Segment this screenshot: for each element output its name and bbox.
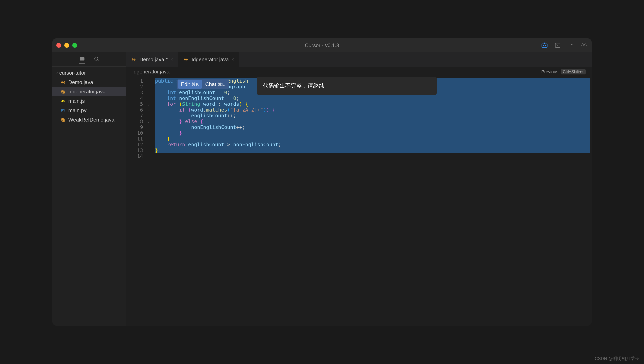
svg-point-6 — [95, 57, 98, 60]
line-number: 4 — [126, 96, 143, 101]
folder-icon — [79, 56, 85, 62]
file-label: Demo.java — [68, 79, 93, 86]
java-icon — [131, 57, 137, 62]
file-item[interactable]: JS main.js — [52, 96, 126, 106]
watermark: CSDN @明明如月学长 — [595, 356, 639, 362]
breadcrumb-actions: Previous Ctrl+Shift+↑ — [541, 69, 586, 74]
line-gutter: 1 2 3 4 5 6 7 8 9 10 11 12 13 14 — [126, 77, 146, 326]
shortcut-badge: Ctrl+Shift+↑ — [561, 69, 586, 74]
java-icon — [183, 57, 189, 62]
search-icon — [93, 56, 100, 62]
terminal-icon[interactable] — [554, 42, 561, 49]
settings-icon[interactable] — [580, 42, 588, 49]
breadcrumb-path[interactable]: Idgenerator.java — [132, 69, 169, 75]
code-editor[interactable]: 1 2 3 4 5 6 7 8 9 10 11 12 13 14 — [126, 77, 592, 326]
chat-label: Chat — [205, 81, 216, 88]
titlebar-actions — [541, 42, 588, 49]
line-number: 9 — [126, 124, 143, 130]
file-label: WeakRefDemo.java — [68, 117, 114, 123]
file-item[interactable]: Demo.java — [52, 78, 126, 87]
close-icon[interactable]: × — [171, 57, 173, 62]
tab[interactable]: Demo.java * × — [126, 52, 178, 67]
svg-point-5 — [583, 44, 585, 46]
line-number: 6 — [126, 107, 143, 113]
prompt-text: 代码输出不完整，请继续 — [263, 82, 325, 89]
main-area: › cursor-tutor Demo.java Idgenerator.jav… — [52, 52, 592, 326]
fold-icon[interactable]: ⌄ — [146, 107, 151, 113]
sidebar-toolbar — [52, 52, 126, 67]
line-number: 13 — [126, 148, 143, 153]
editor-area: Demo.java * × Idgenerator.java × Idgener… — [126, 52, 592, 326]
java-icon — [60, 80, 66, 85]
edit-label: Edit — [181, 81, 190, 88]
line-number: 5 — [126, 101, 143, 107]
tools-icon[interactable] — [567, 42, 574, 49]
line-number: 10 — [126, 130, 143, 136]
file-tree: › cursor-tutor Demo.java Idgenerator.jav… — [52, 67, 126, 126]
svg-rect-0 — [542, 44, 547, 48]
tab-bar: Demo.java * × Idgenerator.java × — [126, 52, 592, 67]
line-number: 2 — [126, 84, 143, 90]
code-content[interactable]: public static boolean isEnglish = paragr… — [151, 77, 592, 326]
tab[interactable]: Idgenerator.java × — [178, 52, 239, 67]
close-icon[interactable]: × — [231, 57, 234, 62]
fold-column: ⌄ ⌄ ⌄ — [146, 77, 151, 326]
line-number: 14 — [126, 153, 143, 159]
file-label: Idgenerator.java — [68, 88, 106, 95]
line-number: 3 — [126, 90, 143, 96]
window-title: Cursor - v0.1.3 — [305, 42, 339, 48]
prompt-input[interactable]: 代码输出不完整，请继续 — [257, 77, 437, 95]
close-button[interactable] — [56, 43, 61, 48]
file-item[interactable]: Idgenerator.java — [52, 87, 126, 96]
tab-label: Demo.java * — [139, 56, 168, 63]
line-number: 11 — [126, 136, 143, 142]
file-label: main.js — [68, 98, 85, 104]
py-icon: PY — [60, 108, 66, 113]
line-number: 12 — [126, 142, 143, 148]
edit-shortcut: ⌘K — [192, 82, 199, 87]
tab-label: Idgenerator.java — [192, 56, 229, 63]
titlebar: Cursor - v0.1.3 — [52, 38, 592, 52]
chat-button[interactable]: Chat ⌘L — [202, 80, 228, 88]
sidebar: › cursor-tutor Demo.java Idgenerator.jav… — [52, 52, 126, 326]
file-label: main.py — [68, 107, 87, 114]
maximize-button[interactable] — [72, 43, 77, 48]
traffic-lights — [56, 43, 77, 48]
fold-icon[interactable]: ⌄ — [146, 118, 151, 124]
files-tab[interactable] — [79, 56, 85, 64]
java-icon — [60, 117, 66, 123]
line-number: 7 — [126, 113, 143, 118]
chat-shortcut: ⌘L — [218, 82, 224, 87]
chevron-down-icon: › — [55, 72, 59, 74]
svg-point-2 — [545, 45, 546, 46]
js-icon: JS — [60, 98, 66, 104]
previous-label[interactable]: Previous — [541, 69, 558, 74]
minimize-button[interactable] — [64, 43, 69, 48]
fold-icon[interactable]: ⌄ — [146, 101, 151, 107]
line-number: 1 — [126, 78, 143, 84]
search-tab[interactable] — [93, 56, 100, 63]
selection-toolbar: Edit ⌘K Chat ⌘L — [177, 79, 229, 90]
file-item[interactable]: WeakRefDemo.java — [52, 115, 126, 124]
line-number: 8 — [126, 118, 143, 124]
tree-root[interactable]: › cursor-tutor — [52, 68, 126, 78]
root-label: cursor-tutor — [59, 70, 86, 76]
app-window: Cursor - v0.1.3 — [52, 38, 592, 326]
java-icon — [60, 89, 66, 94]
robot-icon[interactable] — [541, 42, 548, 49]
file-item[interactable]: PY main.py — [52, 106, 126, 115]
breadcrumb: Idgenerator.java Previous Ctrl+Shift+↑ — [126, 67, 592, 77]
svg-point-1 — [543, 45, 544, 46]
edit-button[interactable]: Edit ⌘K — [178, 80, 202, 88]
